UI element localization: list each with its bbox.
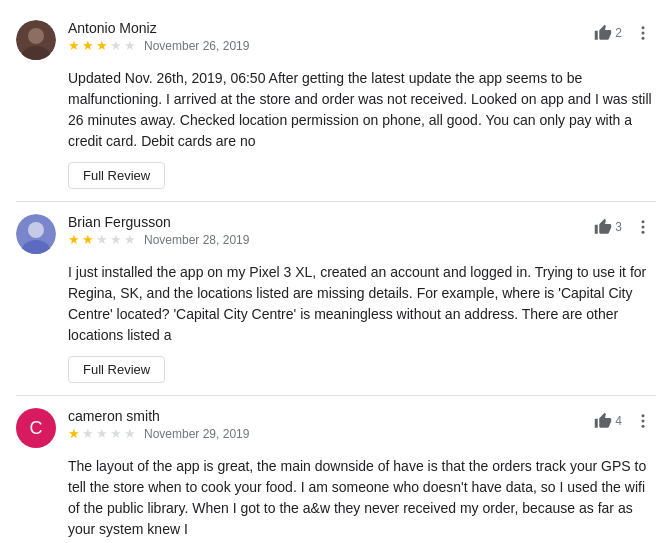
review-actions: 4 [590, 408, 656, 434]
svg-point-1 [28, 28, 44, 44]
star-3: ★ [96, 426, 108, 441]
reviewer-info: cameron smith ★★★★★ November 29, 2019 [68, 408, 249, 441]
star-4: ★ [110, 426, 122, 441]
full-review-button[interactable]: Full Review [68, 162, 165, 189]
thumbs-up-icon [594, 24, 612, 42]
star-3: ★ [96, 38, 108, 53]
review-header: Antonio Moniz ★★★★★ November 26, 2019 2 [16, 20, 656, 60]
review-text: Updated Nov. 26th, 2019, 06:50 After get… [68, 68, 656, 152]
star-4: ★ [110, 232, 122, 247]
more-options-button[interactable] [630, 214, 656, 240]
svg-point-5 [642, 37, 645, 40]
thumbs-up-icon [594, 218, 612, 236]
thumbs-count: 3 [615, 220, 622, 234]
review-actions: 2 [590, 20, 656, 46]
svg-point-11 [642, 231, 645, 234]
reviewer-info: Brian Fergusson ★★★★★ November 28, 2019 [68, 214, 249, 247]
svg-point-12 [642, 414, 645, 417]
review-text: I just installed the app on my Pixel 3 X… [68, 262, 656, 346]
review-header: C cameron smith ★★★★★ November 29, 2019 [16, 408, 656, 448]
thumbs-count: 4 [615, 414, 622, 428]
svg-point-9 [642, 220, 645, 223]
svg-point-14 [642, 425, 645, 428]
reviewer-info-row: C cameron smith ★★★★★ November 29, 2019 [16, 408, 249, 448]
avatar-antonio-moniz [16, 20, 56, 60]
star-5: ★ [124, 38, 136, 53]
more-icon [634, 412, 652, 430]
more-icon [634, 24, 652, 42]
review-item-antonio-moniz: Antonio Moniz ★★★★★ November 26, 2019 2 [16, 8, 656, 202]
svg-point-10 [642, 226, 645, 229]
reviewer-name: Antonio Moniz [68, 20, 249, 36]
stars-row: ★★★★★ November 29, 2019 [68, 426, 249, 441]
star-4: ★ [110, 38, 122, 53]
review-date: November 29, 2019 [144, 427, 249, 441]
star-5: ★ [124, 232, 136, 247]
star-2: ★ [82, 232, 94, 247]
star-1: ★ [68, 38, 80, 53]
review-date: November 26, 2019 [144, 39, 249, 53]
full-review-button[interactable]: Full Review [68, 356, 165, 383]
reviewer-info-row: Brian Fergusson ★★★★★ November 28, 2019 [16, 214, 249, 254]
review-header: Brian Fergusson ★★★★★ November 28, 2019 … [16, 214, 656, 254]
thumbs-up-button[interactable]: 4 [590, 408, 626, 434]
star-2: ★ [82, 38, 94, 53]
star-1: ★ [68, 232, 80, 247]
star-3: ★ [96, 232, 108, 247]
svg-point-4 [642, 32, 645, 35]
more-options-button[interactable] [630, 20, 656, 46]
stars-row: ★★★★★ November 26, 2019 [68, 38, 249, 53]
reviews-list: Antonio Moniz ★★★★★ November 26, 2019 2 [0, 0, 672, 543]
reviewer-info-row: Antonio Moniz ★★★★★ November 26, 2019 [16, 20, 249, 60]
review-text: The layout of the app is great, the main… [68, 456, 656, 540]
thumbs-count: 2 [615, 26, 622, 40]
reviewer-info: Antonio Moniz ★★★★★ November 26, 2019 [68, 20, 249, 53]
more-options-button[interactable] [630, 408, 656, 434]
reviewer-name: Brian Fergusson [68, 214, 249, 230]
svg-point-13 [642, 420, 645, 423]
star-1: ★ [68, 426, 80, 441]
reviewer-name: cameron smith [68, 408, 249, 424]
thumbs-up-button[interactable]: 3 [590, 214, 626, 240]
thumbs-up-icon [594, 412, 612, 430]
review-date: November 28, 2019 [144, 233, 249, 247]
stars-row: ★★★★★ November 28, 2019 [68, 232, 249, 247]
review-item-cameron-smith: C cameron smith ★★★★★ November 29, 2019 [16, 396, 656, 543]
star-5: ★ [124, 426, 136, 441]
avatar-cameron-smith: C [16, 408, 56, 448]
review-actions: 3 [590, 214, 656, 240]
star-2: ★ [82, 426, 94, 441]
thumbs-up-button[interactable]: 2 [590, 20, 626, 46]
avatar-brian-fergusson [16, 214, 56, 254]
svg-point-7 [28, 222, 44, 238]
review-item-brian-fergusson: Brian Fergusson ★★★★★ November 28, 2019 … [16, 202, 656, 396]
more-icon [634, 218, 652, 236]
svg-point-3 [642, 26, 645, 29]
